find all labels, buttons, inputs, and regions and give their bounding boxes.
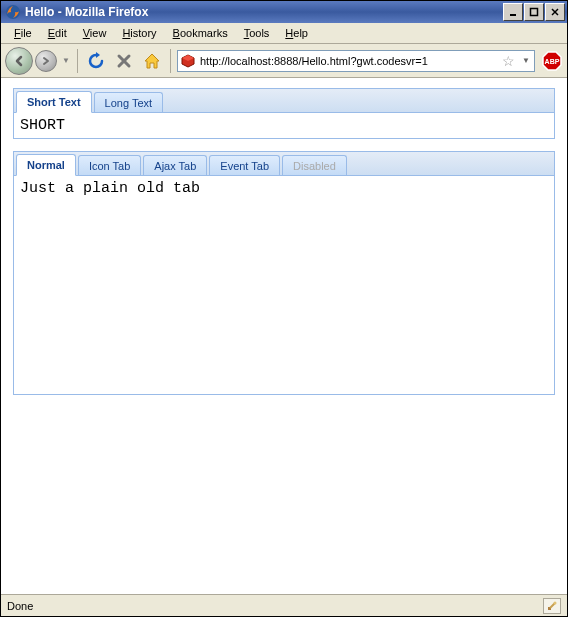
bookmark-star-icon[interactable]: ☆: [500, 53, 516, 69]
svg-rect-2: [531, 9, 538, 16]
window-title: Hello - Mozilla Firefox: [25, 5, 502, 19]
svg-marker-5: [96, 52, 100, 58]
tabpanel-2: Normal Icon Tab Ajax Tab Event Tab Disab…: [13, 151, 555, 395]
menu-tools[interactable]: Tools: [237, 25, 277, 41]
menu-bookmarks[interactable]: Bookmarks: [166, 25, 235, 41]
url-dropdown-icon[interactable]: ▼: [520, 56, 532, 65]
menubar: File Edit View History Bookmarks Tools H…: [1, 23, 567, 44]
tab-event[interactable]: Event Tab: [209, 155, 280, 175]
tabpanel-2-body: Just a plain old tab: [13, 175, 555, 395]
menu-help[interactable]: Help: [278, 25, 315, 41]
statusbar: Done: [1, 594, 567, 616]
navigation-toolbar: ▼ http://localhost:8888/Hello.html?gwt.c…: [1, 44, 567, 78]
minimize-button[interactable]: [503, 3, 523, 21]
url-text[interactable]: http://localhost:8888/Hello.html?gwt.cod…: [200, 55, 496, 67]
close-button[interactable]: [545, 3, 565, 21]
stop-button[interactable]: [112, 49, 136, 73]
tab-long-text[interactable]: Long Text: [94, 92, 164, 112]
tab-disabled: Disabled: [282, 155, 347, 175]
tabpanel-1: Short Text Long Text SHORT: [13, 88, 555, 139]
tab-short-text[interactable]: Short Text: [16, 91, 92, 113]
tabstrip-2: Normal Icon Tab Ajax Tab Event Tab Disab…: [13, 151, 555, 175]
menu-view[interactable]: View: [76, 25, 114, 41]
status-icon[interactable]: [543, 598, 561, 614]
forward-button[interactable]: [35, 50, 57, 72]
url-bar[interactable]: http://localhost:8888/Hello.html?gwt.cod…: [177, 50, 535, 72]
menu-history[interactable]: History: [115, 25, 163, 41]
menu-edit[interactable]: Edit: [41, 25, 74, 41]
firefox-icon: [5, 4, 21, 20]
tab-icon[interactable]: Icon Tab: [78, 155, 141, 175]
svg-text:ABP: ABP: [545, 58, 560, 65]
maximize-button[interactable]: [524, 3, 544, 21]
status-text: Done: [7, 600, 543, 612]
back-button[interactable]: [5, 47, 33, 75]
page-content: Short Text Long Text SHORT Normal Icon T…: [1, 78, 567, 594]
tab-normal[interactable]: Normal: [16, 154, 76, 176]
adblock-icon[interactable]: ABP: [541, 50, 563, 72]
reload-button[interactable]: [84, 49, 108, 73]
svg-point-14: [554, 601, 557, 604]
window-titlebar: Hello - Mozilla Firefox: [1, 1, 567, 23]
tabstrip-1: Short Text Long Text: [13, 88, 555, 112]
page-favicon: [180, 53, 196, 69]
nav-history-dropdown[interactable]: ▼: [61, 56, 71, 65]
svg-marker-8: [145, 54, 159, 68]
tab-ajax[interactable]: Ajax Tab: [143, 155, 207, 175]
toolbar-divider: [170, 49, 171, 73]
toolbar-divider: [77, 49, 78, 73]
home-button[interactable]: [140, 49, 164, 73]
tabpanel-1-body: SHORT: [13, 112, 555, 139]
menu-file[interactable]: File: [7, 25, 39, 41]
